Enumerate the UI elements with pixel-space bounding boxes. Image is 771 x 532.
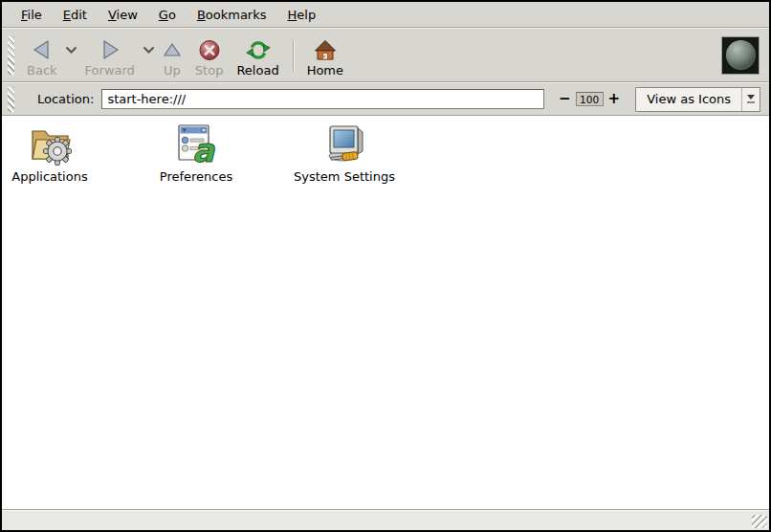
icon-view-content: Applications a Preferences: [2, 115, 769, 509]
back-label: Back: [27, 64, 57, 78]
resize-grip-handle[interactable]: [752, 515, 767, 528]
icon-item-preferences[interactable]: a Preferences: [143, 122, 249, 184]
combo-arrow-box: [741, 88, 760, 111]
location-label: Location:: [37, 92, 94, 106]
reload-button[interactable]: Reload: [230, 32, 285, 79]
toolbar-separator: [293, 39, 294, 72]
icon-item-system-settings[interactable]: System Settings: [292, 122, 397, 184]
forward-arrow-icon: [98, 37, 122, 63]
reload-icon: [245, 37, 272, 63]
menu-bookmarks[interactable]: Bookmarks: [187, 5, 278, 25]
menu-file[interactable]: File: [11, 5, 54, 25]
forward-history-chevron-icon[interactable]: [143, 43, 155, 57]
icon-caption: System Settings: [294, 169, 395, 184]
view-mode-label: View as Icons: [636, 88, 741, 111]
throbber-sphere-icon: [726, 40, 756, 70]
preferences-a-glyph: a: [192, 131, 216, 166]
menu-view[interactable]: View: [99, 5, 149, 25]
back-history-chevron-icon[interactable]: [65, 43, 77, 57]
view-mode-combo[interactable]: View as Icons: [635, 87, 760, 112]
toolbar-grip-handle[interactable]: [8, 36, 14, 75]
nautilus-window: File Edit View Go Bookmarks Help Back Fo…: [0, 0, 771, 532]
location-bar: Location: − 100 + View as Icons: [2, 83, 769, 115]
stop-label: Stop: [195, 64, 224, 78]
preferences-window-icon: a: [174, 122, 218, 166]
forward-button[interactable]: Forward: [78, 32, 142, 79]
stop-button[interactable]: Stop: [188, 32, 231, 79]
menu-edit[interactable]: Edit: [54, 5, 99, 25]
system-settings-monitor-icon: [320, 122, 368, 166]
icon-caption: Preferences: [160, 169, 232, 184]
zoom-out-button[interactable]: −: [554, 92, 576, 106]
up-button[interactable]: Up: [156, 32, 188, 79]
menu-go[interactable]: Go: [149, 5, 187, 25]
home-button[interactable]: Home: [300, 32, 350, 79]
forward-label: Forward: [85, 64, 135, 78]
applications-folder-gear-icon: [26, 122, 74, 166]
throbber: [721, 36, 760, 75]
stop-icon: [197, 37, 222, 63]
back-arrow-icon: [30, 37, 55, 63]
status-bar: [2, 509, 769, 530]
up-arrow-icon: [163, 37, 182, 63]
zoom-in-button[interactable]: +: [604, 92, 626, 106]
back-button[interactable]: Back: [20, 32, 64, 79]
location-bar-grip-handle[interactable]: [8, 87, 14, 112]
menubar: File Edit View Go Bookmarks Help: [2, 2, 769, 27]
reload-label: Reload: [236, 64, 278, 78]
up-label: Up: [164, 64, 181, 78]
icon-caption: Applications: [11, 169, 87, 184]
zoom-level-indicator: 100: [576, 92, 604, 106]
home-icon: [314, 37, 337, 63]
location-input[interactable]: [101, 89, 544, 109]
menu-help[interactable]: Help: [278, 5, 328, 25]
icon-item-applications[interactable]: Applications: [0, 122, 102, 184]
toolbar: Back Forward Up: [2, 29, 769, 81]
home-label: Home: [307, 64, 343, 78]
chevron-down-icon: [747, 95, 755, 100]
combo-underline: [747, 101, 755, 103]
